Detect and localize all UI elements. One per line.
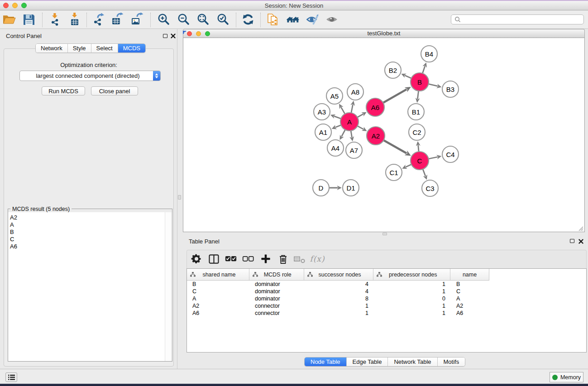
table-row[interactable]: Adominator80A (187, 295, 586, 302)
save-button[interactable] (21, 11, 37, 28)
criterion-dropdown[interactable]: largest connected component (directed) (19, 71, 161, 81)
import-table-button[interactable] (67, 11, 83, 28)
graph-node-label: B (417, 78, 422, 86)
table-cell[interactable]: C (451, 288, 489, 295)
first-neighbors-icon (286, 13, 300, 26)
network-graph[interactable]: B4B2BB3A8A5A6A3B1AA1A2C2A4A7C4CC1C3DD1 (183, 38, 584, 231)
mcds-result-scrollbar[interactable] (165, 212, 172, 361)
tree-icon-graphic (190, 272, 196, 277)
gear-button[interactable] (189, 251, 204, 267)
table-cell[interactable]: connector (249, 310, 304, 317)
window-resize-grip[interactable] (578, 226, 583, 231)
tab-mcds[interactable]: MCDS (118, 44, 145, 52)
close-panel-button[interactable]: Close panel (91, 86, 138, 95)
table-cell[interactable]: 4 (304, 288, 374, 295)
tab-edge-table[interactable]: Edge Table (347, 357, 388, 366)
table-panel: Table Panel shared nameMCDS rolesuccesso… (183, 235, 588, 369)
run-mcds-button[interactable]: Run MCDS (42, 86, 85, 95)
tab-network-table[interactable]: Network Table (388, 357, 437, 366)
table-cell[interactable]: 1 (374, 302, 451, 310)
column-header-shared-name[interactable]: shared name (187, 269, 249, 280)
mcds-result-list[interactable]: A2ABCA6 (8, 212, 172, 361)
open-folder-button[interactable] (1, 11, 17, 28)
table-cell[interactable]: 1 (374, 310, 451, 317)
tab-network[interactable]: Network (36, 44, 68, 52)
export-image-button[interactable] (129, 11, 145, 28)
add-button[interactable] (258, 251, 273, 267)
first-neighbors-button[interactable] (285, 11, 301, 28)
deselect-all-button[interactable] (240, 251, 256, 267)
gear-icon-graphic (191, 253, 202, 265)
table-cell[interactable]: dominator (249, 295, 304, 302)
table-cell[interactable]: A6 (187, 310, 249, 317)
zoom-selected-button[interactable] (215, 11, 231, 28)
zoom-fit-button[interactable] (195, 11, 211, 28)
table-cell[interactable]: 1 (374, 288, 451, 295)
gear-icon (191, 253, 202, 265)
tab-motifs[interactable]: Motifs (438, 357, 465, 366)
mcds-result-item[interactable]: A2 (8, 214, 172, 221)
mcds-result-item[interactable]: C (8, 236, 172, 243)
table-cell[interactable]: 0 (374, 295, 451, 302)
table-cell[interactable]: 4 (304, 281, 374, 288)
table-cell[interactable]: 1 (304, 310, 374, 317)
table-cell[interactable]: 1 (304, 302, 374, 310)
columns-button[interactable] (206, 251, 221, 267)
refresh-button[interactable] (240, 11, 256, 28)
zoom-in-button[interactable] (155, 11, 172, 28)
table-cell[interactable]: C (187, 288, 249, 295)
table-cell[interactable]: A (451, 295, 489, 302)
table-cell[interactable]: 1 (374, 281, 451, 288)
table-cell[interactable]: 8 (304, 295, 374, 302)
table-panel-float-icon[interactable] (570, 239, 574, 243)
zoom-out-button[interactable] (175, 11, 191, 28)
show-all-button[interactable] (324, 11, 340, 28)
table-row[interactable]: A6connector11A6 (187, 310, 586, 317)
tab-node-table[interactable]: Node Table (305, 357, 347, 366)
table-cell[interactable]: A (187, 295, 249, 302)
table-cell[interactable]: dominator (249, 281, 304, 288)
graph-node-label: A5 (330, 92, 339, 100)
task-history-button[interactable] (5, 372, 17, 382)
first-neighbors-icon-graphic (286, 13, 300, 26)
table-cell[interactable]: dominator (249, 288, 304, 295)
column-header-name[interactable]: name (450, 269, 489, 280)
column-header-successor-nodes[interactable]: successor nodes (304, 269, 374, 280)
mcds-result-item[interactable]: B (8, 229, 172, 236)
export-network-button[interactable] (91, 11, 107, 28)
delete-button[interactable] (275, 251, 291, 267)
table-row[interactable]: A2connector11A2 (187, 302, 586, 310)
vertical-splitter-handle[interactable] (178, 195, 181, 200)
table-cell[interactable]: A6 (451, 310, 489, 317)
hide-selected-button[interactable] (305, 11, 321, 28)
import-network-button[interactable] (47, 11, 63, 28)
search-field[interactable] (451, 14, 584, 24)
export-table-icon (111, 13, 124, 26)
network-canvas[interactable]: B4B2BB3A8A5A6A3B1AA1A2C2A4A7C4CC1C3DD1 (183, 38, 585, 232)
column-header-predecessor-nodes[interactable]: predecessor nodes (373, 269, 450, 280)
select-all-button[interactable] (223, 251, 239, 267)
tab-style[interactable]: Style (68, 44, 91, 52)
add-icon (260, 253, 271, 264)
export-table-button[interactable] (110, 11, 126, 28)
table-row[interactable]: Bdominator41B (187, 281, 586, 288)
zoom-selected-icon-graphic (216, 13, 229, 26)
mcds-result-item[interactable]: A (8, 221, 172, 229)
table-cell[interactable]: B (451, 281, 489, 288)
memory-button[interactable]: Memory (550, 372, 583, 382)
clone-network-button[interactable] (265, 11, 281, 28)
table-cell[interactable]: A2 (187, 302, 249, 310)
table-row[interactable]: Cdominator41C (187, 288, 586, 295)
search-input[interactable] (463, 15, 583, 24)
table-cell[interactable]: connector (249, 302, 304, 310)
status-bar (0, 369, 588, 384)
table-cell[interactable]: B (187, 281, 249, 288)
control-panel-float-icon[interactable] (163, 34, 167, 38)
column-header-MCDS-role[interactable]: MCDS role (249, 269, 304, 280)
tab-select[interactable]: Select (91, 44, 118, 52)
table-panel-close-icon[interactable] (578, 238, 583, 245)
table-cell[interactable]: A2 (451, 302, 489, 310)
mcds-result-item[interactable]: A6 (8, 243, 172, 250)
graph-node-label: A2 (372, 132, 380, 140)
control-panel-close-icon[interactable] (171, 33, 176, 40)
